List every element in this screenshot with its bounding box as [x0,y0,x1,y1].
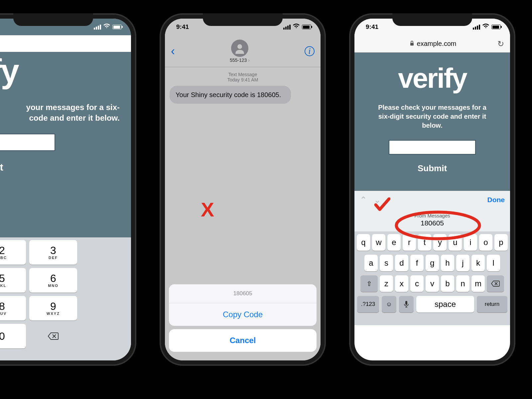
wifi-icon [293,23,300,31]
lock-icon [410,40,414,48]
key-3[interactable]: 3DEF [29,240,77,265]
annotation-x-mark: X [201,198,214,221]
space-key[interactable]: space [416,296,474,313]
key-j[interactable]: j [456,255,469,271]
key-g[interactable]: g [426,255,439,271]
battery-icon [112,25,122,29]
signal-icon [94,25,101,30]
status-icons [94,23,122,31]
key-l[interactable]: l [487,255,500,271]
key-a[interactable]: a [364,255,378,271]
key-w[interactable]: w [372,234,385,251]
submit-button[interactable]: Submit [0,162,3,173]
verify-heading: verify [0,52,131,90]
key-m[interactable]: m [471,275,485,292]
numeric-keypad: 2ABC 3DEF 5JKL 6MNO 8TUV 9WXYZ 0 [0,237,131,360]
status-icons [473,23,501,31]
battery-icon [302,25,311,29]
key-d[interactable]: d [395,255,408,271]
key-delete[interactable] [29,324,77,348]
status-time: 9:41 [366,23,378,31]
svg-point-0 [237,44,242,49]
key-n[interactable]: n [456,275,469,292]
info-button[interactable]: i [305,46,315,56]
key-9[interactable]: 9WXYZ [29,296,77,321]
verify-subtitle: your messages for a six- code and enter … [0,102,131,124]
url-text: example.com [417,40,457,48]
key-k[interactable]: k [471,255,485,271]
status-icons [283,23,311,31]
contact-header[interactable]: 555-123 › [230,40,250,63]
safari-address-bar[interactable]: example.com ↻ [354,35,510,53]
back-button[interactable]: ‹ [171,44,175,58]
action-sheet: 180605 Copy Code Cancel [169,284,317,355]
status-time: 9:41 [176,23,189,31]
svg-rect-1 [410,43,414,46]
messages-nav: ‹ 555-123 › i [165,35,321,67]
wifi-icon [103,23,110,31]
mic-key[interactable] [399,296,414,313]
submit-button[interactable]: Submit [418,163,447,174]
key-6[interactable]: 6MNO [29,268,77,293]
key-f[interactable]: f [410,255,424,271]
key-0[interactable]: 0 [0,324,26,348]
verify-heading: verify [354,62,510,94]
key-b[interactable]: b [441,275,454,292]
cancel-button[interactable]: Cancel [169,329,317,352]
key-v[interactable]: v [426,275,439,292]
key-8[interactable]: 8TUV [0,296,26,321]
key-p[interactable]: p [494,234,508,251]
verify-subtitle: Please check your messages for a six-dig… [354,103,510,130]
key-5[interactable]: 5JKL [0,268,26,293]
shift-key[interactable]: ⇧ [360,275,378,292]
reload-button[interactable]: ↻ [497,39,504,49]
security-code-input[interactable] [389,140,476,155]
key-q[interactable]: q [357,234,370,251]
key-c[interactable]: c [410,275,424,292]
signal-icon [473,25,480,30]
svg-point-3 [396,212,479,239]
keyboard-done-button[interactable]: Done [487,196,505,204]
key-x[interactable]: x [395,275,408,292]
phone-messages: 9:41 ‹ 555-123 › i [160,13,326,366]
avatar-icon [231,40,248,57]
backspace-key[interactable] [487,275,504,292]
annotation-check-mark [374,196,390,214]
qwerty-keyboard: qwertyuiop asdfghjkl ⇧ zxcvbnm .?123 ☺ s… [354,231,510,325]
svg-rect-2 [405,301,407,305]
message-bubble[interactable]: Your Shiny security code is 180605. [170,86,291,104]
phone-verify-cropped: verify your messages for a six- code and… [0,13,136,366]
signal-icon [283,25,291,30]
sheet-code-label: 180605 [169,284,317,303]
wifi-icon [482,23,489,31]
security-code-input[interactable] [0,134,55,151]
annotation-highlight-circle [393,209,483,243]
key-h[interactable]: h [441,255,454,271]
key-2[interactable]: 2ABC [0,240,26,265]
message-timestamp: Text MessageToday 9:41 AM [165,72,321,82]
numbers-key[interactable]: .?123 [357,296,379,313]
prev-field-button[interactable]: ⌃ [360,195,367,205]
key-z[interactable]: z [380,275,393,292]
copy-code-button[interactable]: Copy Code [169,303,317,326]
return-key[interactable]: return [477,296,507,313]
phone-verify-autofill: 9:41 example.com ↻ verify Please check y… [349,13,515,366]
emoji-key[interactable]: ☺ [382,296,396,313]
battery-icon [491,25,501,29]
key-s[interactable]: s [380,255,393,271]
